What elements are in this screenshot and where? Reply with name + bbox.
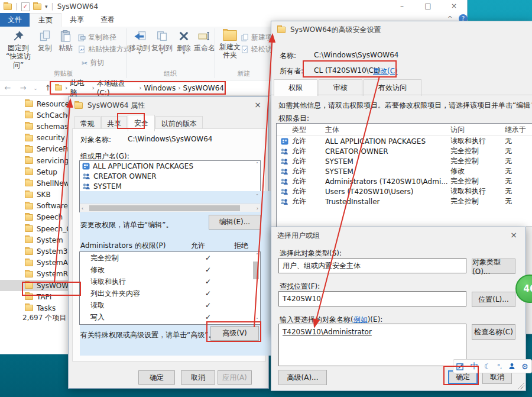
sidebar-folder[interactable]: SKB — [0, 189, 79, 201]
scrollbar-thumb[interactable] — [89, 205, 240, 211]
move-to-button[interactable]: 移动到▾ — [129, 29, 150, 54]
cut-button[interactable]: ✂ 剪切 — [82, 58, 104, 68]
new-folder-button[interactable]: 新建文件夹 — [218, 29, 242, 60]
scroll-down-icon[interactable]: ˅ — [256, 194, 258, 199]
advanced-button[interactable]: 高级(A)... — [278, 370, 327, 385]
table-row[interactable]: 允许SYSTEM完全控制无 — [277, 156, 532, 166]
list-item[interactable]: ALL APPLICATION PACKAGES — [80, 161, 260, 171]
scroll-right-icon[interactable]: › — [257, 206, 258, 211]
sidebar-folder[interactable]: SchCache — [0, 109, 79, 121]
sidebar-folder[interactable]: ServiceProfi — [0, 144, 79, 155]
group-icon — [280, 178, 288, 185]
delete-button[interactable]: 删除▾ — [174, 29, 194, 54]
sidebar-folder[interactable]: Speech_One — [0, 223, 79, 234]
close-icon[interactable]: × — [254, 100, 261, 109]
sidebar-folder[interactable]: SoftwareDist — [0, 201, 79, 212]
copy-to-button[interactable]: 复制到▾ — [151, 29, 173, 54]
scrollbar-thumb[interactable] — [253, 262, 259, 279]
tab-auditing[interactable]: 审核 — [319, 79, 362, 96]
copy-path-button[interactable]: 复制路径 — [78, 33, 116, 43]
paste-shortcut-button[interactable]: 粘贴快捷方式 — [78, 44, 131, 54]
breadcrumb-local-disk[interactable]: 本地磁盘 (C:) — [97, 79, 137, 97]
cancel-button[interactable]: 取消 — [181, 370, 215, 385]
tab-view[interactable]: 查看 — [92, 13, 123, 27]
permissions-list[interactable]: 完全控制✓ 修改✓ 读取和执行✓ 列出文件夹内容✓ 读取✓ 写入✓ ˄ ˅ — [79, 251, 261, 325]
back-icon[interactable]: ← — [0, 83, 15, 92]
recent-locations-icon[interactable]: ⌄ — [31, 85, 40, 91]
tab-file[interactable]: 文件 — [0, 13, 30, 27]
paste-button[interactable]: 粘贴 — [56, 29, 76, 52]
edit-button[interactable]: 编辑(E)... — [209, 215, 261, 230]
maximize-button[interactable]: □ — [415, 0, 441, 13]
table-row[interactable]: 允许Users (T420SW10\Users)读取和执行无 — [277, 186, 532, 196]
object-names-input[interactable]: T420SW10\Administrator — [278, 324, 466, 366]
sidebar-folder[interactable]: TAPI — [0, 291, 79, 302]
advanced-button[interactable]: 高级(V) — [210, 326, 259, 341]
table-row[interactable]: 允许ALL APPLICATION PACKAGES读取和执行无 — [277, 136, 532, 146]
col-type: 类型 — [292, 125, 325, 135]
examples-link[interactable]: 例如 — [353, 315, 368, 324]
ime-halfwidth-icon[interactable]: ☾ — [484, 362, 491, 371]
list-item[interactable]: SYSTEM — [80, 181, 260, 191]
sidebar-folder[interactable]: schemas — [0, 121, 79, 132]
sidebar-folder[interactable]: SystemReso — [0, 269, 79, 280]
sidebar-folder[interactable]: security — [0, 133, 79, 144]
tab-share[interactable]: 共享 — [61, 13, 92, 27]
object-types-button[interactable]: 对象类型(O)... — [472, 259, 515, 274]
pin-quick-access-button[interactable]: 固定到“快速访问” — [2, 29, 34, 69]
tab-permissions[interactable]: 权限 — [274, 79, 317, 96]
scroll-left-icon[interactable]: ‹ — [82, 206, 83, 211]
sidebar-folder[interactable]: servicing — [0, 155, 79, 166]
sidebar-folder-syswow64[interactable]: SysWOW64 — [0, 280, 79, 291]
breadcrumb-this-pc[interactable]: 此电脑 — [70, 78, 89, 98]
breadcrumb-syswow64[interactable]: SysWOW64 — [183, 84, 224, 92]
tab-security[interactable]: 安全 — [128, 115, 155, 131]
table-row[interactable]: 允许Administrators (T420SW10\Admi...完全控制无 — [277, 176, 532, 186]
rename-button[interactable]: 重命名 — [193, 29, 216, 52]
properties-quickaccess-icon[interactable]: ✓ — [21, 2, 30, 11]
close-button[interactable]: × — [441, 0, 467, 13]
tab-home[interactable]: 主页 — [30, 13, 61, 27]
scroll-up-icon[interactable]: ˄ — [256, 253, 258, 259]
sidebar-folder[interactable]: Resources — [0, 98, 79, 109]
minimize-button[interactable]: – — [389, 0, 415, 13]
group-user-list[interactable]: ALL APPLICATION PACKAGES CREATOR OWNER S… — [79, 160, 261, 212]
resize-grip[interactable] — [517, 382, 524, 389]
ime-settings-gear-icon[interactable]: ⚙ — [521, 362, 528, 371]
permission-entries-table[interactable]: 类型 主体 访问 继承于 允许ALL APPLICATION PACKAGES读… — [276, 123, 532, 227]
ime-chinese-mode-icon[interactable]: 中 — [471, 361, 478, 372]
table-row[interactable]: 允许CREATOR OWNER完全控制无 — [277, 146, 532, 156]
check-names-button[interactable]: 检查名称(C) — [472, 324, 515, 340]
apply-button[interactable]: 应用(A) — [218, 370, 252, 385]
quickaccess-dropdown-icon[interactable]: ▾ — [45, 4, 48, 9]
folder-icon — [277, 27, 286, 33]
horizontal-scrollbar[interactable]: ‹ › — [80, 204, 260, 212]
sidebar-folder[interactable]: System — [0, 234, 79, 246]
ime-pen-icon[interactable] — [456, 363, 464, 370]
sidebar-folder[interactable]: Setup — [0, 166, 79, 177]
app-packages-icon — [281, 138, 288, 145]
ime-user-icon[interactable] — [508, 363, 515, 370]
scroll-up-icon[interactable]: ˄ — [256, 162, 258, 167]
allow-column-label: 允许 — [191, 241, 205, 251]
sidebar-folder[interactable]: SystemApps — [0, 257, 79, 269]
locations-button[interactable]: 位置(L)... — [472, 292, 515, 307]
breadcrumb[interactable]: › 此电脑 › 本地磁盘 (C:) › Windows › SysWOW64 — [51, 82, 225, 94]
sidebar-folder[interactable]: System32 — [0, 246, 79, 257]
change-owner-link[interactable]: 更改(C) — [373, 66, 398, 76]
ok-button[interactable]: 确定 — [138, 370, 175, 385]
breadcrumb-windows[interactable]: Windows — [144, 84, 176, 92]
sidebar-folder[interactable]: Tasks — [0, 302, 79, 314]
ime-punctuation-icon[interactable]: °, — [497, 363, 502, 370]
tab-effective-access[interactable]: 有效访问 — [364, 79, 421, 96]
table-row[interactable]: 允许TrustedInstaller完全控制无 — [277, 196, 532, 206]
copy-button[interactable]: 复制 — [35, 29, 54, 52]
forward-icon[interactable]: → — [15, 83, 31, 92]
table-row[interactable]: 允许SYSTEM修改无 — [277, 166, 532, 176]
scroll-down-icon[interactable]: ˅ — [256, 318, 258, 323]
list-item[interactable]: CREATOR OWNER — [80, 171, 260, 181]
sidebar-folder[interactable]: ShellNew — [0, 177, 79, 189]
ime-toolbar[interactable]: 中 ☾ °, ⚙ — [453, 359, 532, 373]
sidebar-folder[interactable]: Speech — [0, 212, 79, 223]
close-icon[interactable]: × — [510, 230, 517, 240]
